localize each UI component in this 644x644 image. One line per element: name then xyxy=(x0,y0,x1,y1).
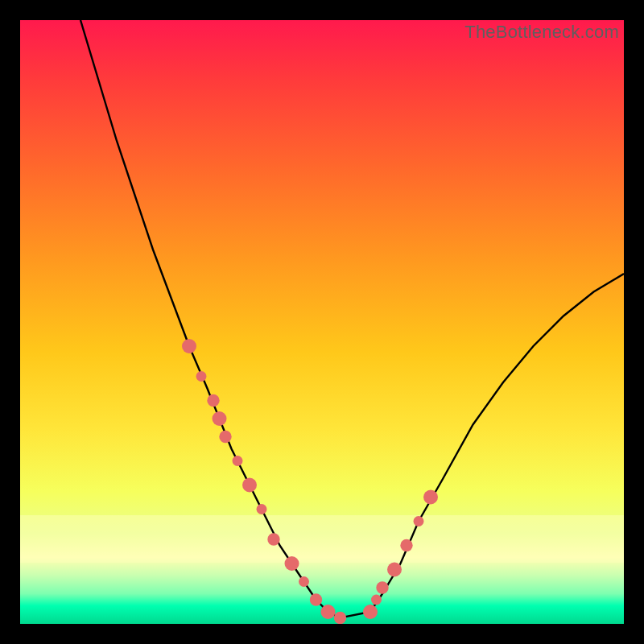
sample-dot xyxy=(196,371,207,382)
sample-dot xyxy=(387,563,402,577)
sample-dot xyxy=(207,394,219,407)
sample-dot xyxy=(376,581,388,593)
sample-dot xyxy=(299,576,309,587)
sample-dot xyxy=(233,456,243,466)
sample-dot xyxy=(213,411,227,426)
sample-dot xyxy=(363,605,378,619)
sample-dot xyxy=(371,595,382,605)
sample-dot xyxy=(423,490,438,505)
sample-dot xyxy=(321,605,336,619)
sample-dot xyxy=(219,431,231,443)
sample-dot xyxy=(285,556,299,571)
sample-dot xyxy=(242,478,257,493)
sample-dot xyxy=(400,539,412,551)
sample-dot xyxy=(182,339,196,353)
sample-dot xyxy=(257,504,267,514)
plot-area: TheBottleneck.com xyxy=(20,20,624,624)
sample-dots-group xyxy=(182,339,438,624)
curve-svg-layer xyxy=(20,20,624,624)
sample-dot xyxy=(267,533,279,545)
sample-dot xyxy=(414,516,424,526)
sample-dot xyxy=(310,593,322,605)
bottleneck-curve xyxy=(80,20,624,618)
chart-frame: TheBottleneck.com xyxy=(0,0,644,644)
sample-dot xyxy=(334,612,346,624)
